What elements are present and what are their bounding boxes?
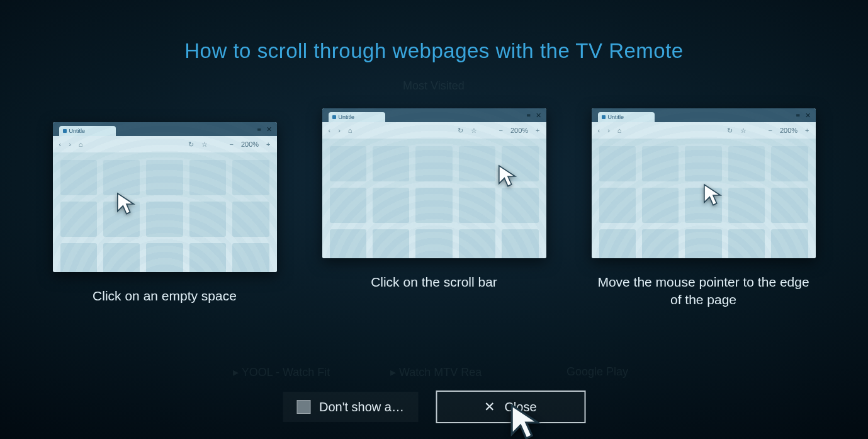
dont-show-again-checkbox[interactable]: Don't show a… — [283, 392, 418, 422]
browser-tab: Untitle — [59, 126, 116, 136]
page-grid — [53, 152, 277, 272]
window-menu-icon: ≡ — [796, 112, 803, 119]
nav-home-icon: ⌂ — [348, 127, 352, 134]
window-close-icon: ✕ — [805, 112, 812, 119]
bg-hint-item-3: Google Play — [566, 365, 628, 379]
bg-hint-item-2: ▸ Watch MTV Rea — [390, 365, 482, 379]
zoom-minus-icon: − — [499, 127, 502, 134]
nav-refresh-icon: ↻ — [458, 127, 463, 135]
thumbnail-3: Untitle ≡ ✕ ‹ › ⌂ ↻ ☆ − 200% + — [592, 108, 816, 258]
zoom-plus-icon: + — [536, 127, 539, 134]
page-grid — [322, 139, 546, 258]
nav-home-icon: ⌂ — [617, 127, 622, 134]
window-close-icon: ✕ — [536, 112, 543, 119]
nav-refresh-icon: ↻ — [727, 127, 733, 135]
nav-forward-icon: › — [338, 127, 341, 134]
browser-navbar: ‹ › ⌂ ↻ ☆ − 200% + — [53, 136, 277, 152]
nav-star-icon: ☆ — [201, 140, 208, 149]
nav-back-icon: ‹ — [59, 140, 62, 148]
tab-favicon-icon — [63, 129, 67, 133]
zoom-minus-icon: − — [229, 140, 233, 148]
instruction-cards: Untitle ≡ ✕ ‹ › ⌂ ↻ ☆ − 200% + — [0, 108, 868, 309]
pointer-cursor-icon — [509, 402, 544, 439]
nav-refresh-icon: ↻ — [188, 140, 194, 149]
dialog-title: How to scroll through webpages with the … — [0, 0, 868, 63]
thumbnail-1: Untitle ≡ ✕ ‹ › ⌂ ↻ ☆ − 200% + — [53, 122, 277, 272]
window-controls: ≡ ✕ — [527, 108, 543, 122]
window-controls: ≡ ✕ — [796, 108, 812, 122]
zoom-level: 200% — [780, 127, 798, 134]
tab-favicon-icon — [602, 115, 606, 119]
dont-show-label: Don't show a… — [319, 400, 404, 414]
tab-favicon-icon — [332, 115, 336, 119]
window-menu-icon: ≡ — [257, 126, 264, 133]
nav-forward-icon: › — [607, 127, 610, 134]
browser-tab: Untitle — [598, 112, 655, 122]
card-empty-space: Untitle ≡ ✕ ‹ › ⌂ ↻ ☆ − 200% + — [53, 122, 277, 305]
zoom-level: 200% — [510, 127, 528, 134]
nav-star-icon: ☆ — [740, 127, 747, 135]
nav-back-icon: ‹ — [598, 127, 600, 134]
caption-2: Click on the scroll bar — [371, 273, 497, 291]
card-edge: Untitle ≡ ✕ ‹ › ⌂ ↻ ☆ − 200% + — [592, 108, 816, 309]
thumbnail-2: Untitle ≡ ✕ ‹ › ⌂ ↻ ☆ − 200% + — [322, 108, 546, 258]
window-close-icon: ✕ — [266, 126, 273, 133]
zoom-level: 200% — [241, 140, 259, 148]
zoom-minus-icon: − — [768, 127, 772, 134]
caption-3: Move the mouse pointer to the edge of th… — [597, 273, 811, 309]
browser-tabbar: Untitle ≡ ✕ — [592, 108, 816, 122]
browser-tabbar: Untitle ≡ ✕ — [322, 108, 546, 122]
nav-forward-icon: › — [69, 140, 71, 148]
checkbox-box-icon — [296, 400, 310, 414]
browser-navbar: ‹ › ⌂ ↻ ☆ − 200% + — [322, 122, 546, 139]
bg-hint-item-1: ▸ YOOL - Watch Fit — [233, 365, 330, 379]
zoom-plus-icon: + — [266, 140, 270, 148]
caption-1: Click on an empty space — [93, 287, 237, 305]
bg-hint-most-visited: Most Visited — [403, 79, 465, 93]
browser-tabbar: Untitle ≡ ✕ — [53, 122, 277, 136]
window-menu-icon: ≡ — [527, 112, 534, 119]
card-scrollbar: Untitle ≡ ✕ ‹ › ⌂ ↻ ☆ − 200% + — [322, 108, 546, 291]
window-controls: ≡ ✕ — [257, 122, 273, 136]
page-grid — [592, 139, 816, 258]
tab-title: Untitle — [339, 114, 355, 120]
nav-star-icon: ☆ — [471, 127, 477, 135]
nav-home-icon: ⌂ — [79, 140, 83, 148]
nav-back-icon: ‹ — [329, 127, 331, 134]
close-icon: ✕ — [484, 399, 495, 414]
zoom-plus-icon: + — [805, 127, 809, 134]
browser-tab: Untitle — [329, 112, 385, 122]
browser-navbar: ‹ › ⌂ ↻ ☆ − 200% + — [592, 122, 816, 139]
tab-title: Untitle — [69, 128, 86, 134]
tab-title: Untitle — [608, 114, 624, 120]
